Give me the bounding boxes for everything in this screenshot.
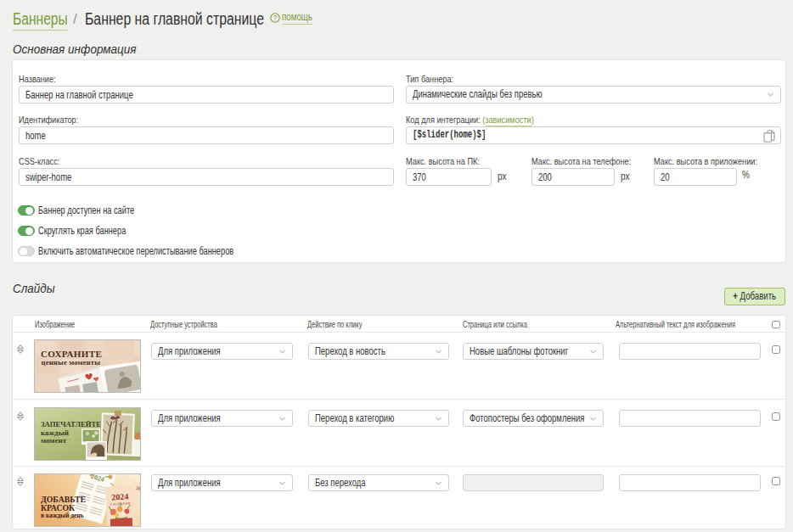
svg-text:20: 20 — [136, 485, 140, 491]
svg-text:2024: 2024 — [111, 491, 129, 501]
svg-text:ЗАПЕЧАТЛЕЙТЕ: ЗАПЕЧАТЛЕЙТЕ — [41, 420, 101, 428]
svg-text:момент: момент — [41, 435, 67, 444]
svg-text:в каждый день: в каждый день — [41, 511, 84, 518]
svg-text:ценные моменты: ценные моменты — [42, 358, 101, 367]
svg-text:?: ? — [273, 14, 278, 22]
